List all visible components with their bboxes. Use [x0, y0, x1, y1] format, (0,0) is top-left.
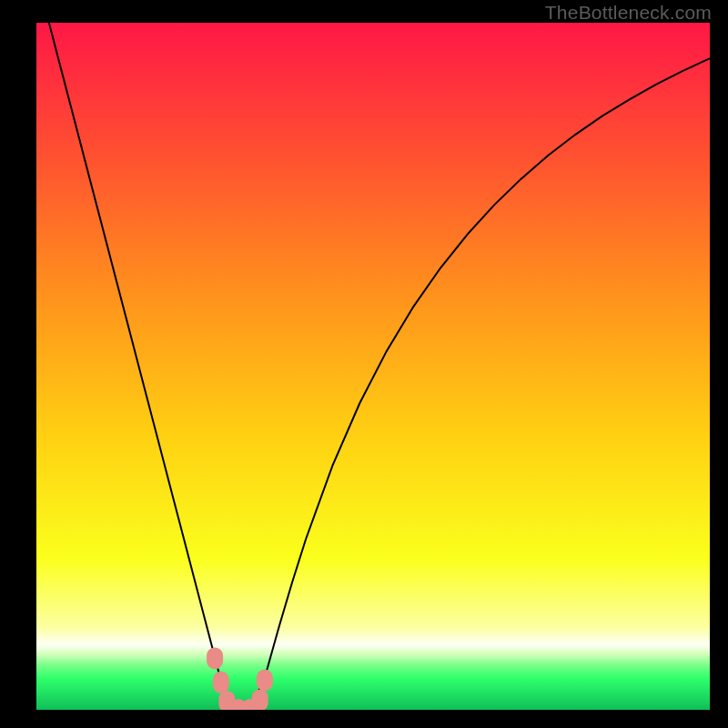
plot-area	[36, 23, 710, 710]
optimal-marker	[257, 670, 273, 692]
bottleneck-chart	[36, 23, 710, 710]
optimal-marker	[207, 647, 223, 669]
watermark-text: TheBottleneck.com	[545, 2, 712, 24]
gradient-background	[36, 23, 710, 710]
optimal-marker	[213, 672, 229, 693]
chart-frame: TheBottleneck.com	[0, 0, 728, 728]
optimal-marker	[252, 689, 268, 710]
